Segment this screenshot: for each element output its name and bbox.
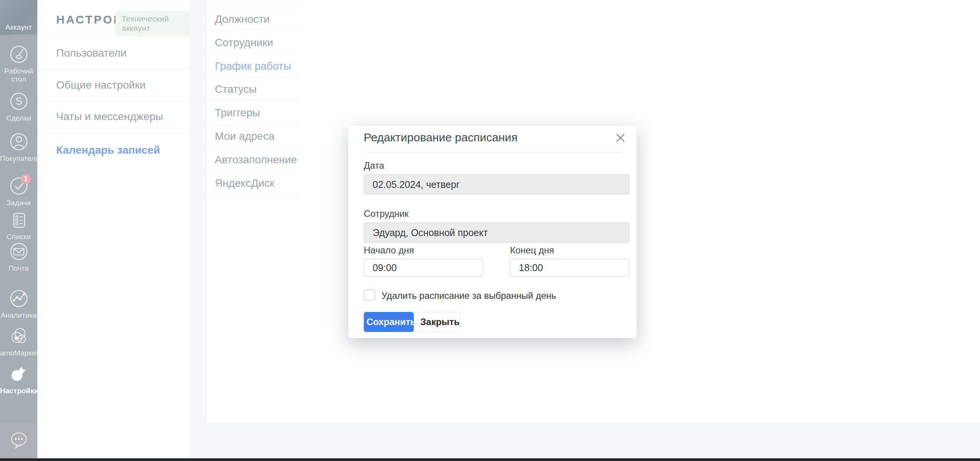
menu-divider [207, 77, 299, 77]
delete-schedule-label: Удалить расписание за выбранный день [381, 290, 556, 301]
settings-nav-item[interactable]: Чаты и мессенджеры [56, 111, 163, 123]
sidebar-item-tasks[interactable]: Задачи1 [0, 176, 37, 207]
market-icon [0, 327, 37, 347]
employee-field[interactable] [364, 223, 629, 243]
mail-icon [0, 242, 37, 263]
deals-icon: S [0, 92, 37, 112]
day-end-label: Конец дня [510, 245, 554, 256]
sidebar-item-analytics[interactable]: Аналитика [0, 289, 37, 319]
modal-title: Редактирование расписания [364, 131, 518, 144]
check-icon [0, 176, 37, 197]
day-start-field[interactable] [364, 259, 483, 277]
person-icon [0, 132, 37, 153]
menu-divider [37, 101, 189, 101]
subnav-item[interactable]: Статусы [215, 83, 257, 96]
delete-schedule-checkbox[interactable] [364, 289, 375, 301]
wrench-icon [0, 364, 37, 385]
subnav-item[interactable]: Триггеры [215, 107, 260, 119]
settings-nav-item[interactable]: Календарь записей [56, 144, 160, 156]
menu-divider [207, 7, 299, 7]
sidebar-item-label: Почта [0, 264, 37, 272]
save-button[interactable]: Сохранить [364, 312, 414, 332]
sidebar-item-label: Списки [0, 233, 37, 241]
date-label: Дата [364, 160, 384, 171]
account-label: Аккаунт [0, 23, 37, 32]
analytics-icon [0, 289, 37, 310]
sidebar-item-label: Покупатели [0, 154, 37, 163]
day-start-label: Начало дня [364, 245, 414, 256]
subnav-item[interactable]: Автозаполнение [215, 154, 297, 166]
settings-nav-item[interactable]: Общие настройки [56, 79, 145, 91]
sidebar-item-account[interactable]: Аккаунт [0, 0, 37, 35]
app-sidebar: Аккаунт РабочийстолSСделкиПокупателиЗада… [0, 0, 37, 461]
employee-label: Сотрудник [364, 208, 409, 219]
menu-divider [207, 54, 299, 54]
menu-divider [37, 133, 189, 133]
chat-icon [0, 430, 37, 451]
bottom-edge-bar [0, 458, 980, 461]
tasks-count-badge: 1 [21, 174, 31, 184]
subnav-item[interactable]: ЯндексДиск [215, 177, 274, 189]
account-type-badge: Технический аккаунт [115, 11, 189, 36]
menu-divider [207, 148, 299, 148]
menu-divider [207, 124, 299, 124]
sidebar-item-deals[interactable]: SСделки [0, 92, 37, 122]
sidebar-item-workspace[interactable]: Рабочийстол [0, 45, 37, 83]
modal-divider [364, 153, 621, 153]
settings-nav-item[interactable]: Пользователи [56, 47, 127, 59]
sidebar-item-lists[interactable]: Списки [0, 210, 37, 241]
sidebar-item-buyers[interactable]: Покупатели [0, 132, 37, 163]
settings-panel: НАСТРОЙКИ Технический аккаунт Пользовате… [37, 0, 189, 461]
svg-text:S: S [15, 95, 22, 107]
subnav-item[interactable]: График работы [215, 60, 291, 72]
menu-divider [207, 194, 299, 194]
gauge-icon [0, 45, 37, 65]
sidebar-item-label: Сделки [0, 114, 37, 122]
sub-navigation: ДолжностиСотрудникиГрафик работыСтатусыТ… [207, 0, 299, 423]
edit-schedule-modal: Редактирование расписания Дата Сотрудник… [348, 126, 637, 338]
sidebar-item-mail[interactable]: Почта [0, 242, 37, 272]
sidebar-item-settings[interactable]: Настройки [0, 364, 37, 395]
subnav-item[interactable]: Должности [215, 13, 270, 25]
close-icon[interactable] [614, 131, 627, 145]
sidebar-item-label: amoМаркет [0, 349, 37, 357]
day-end-field[interactable] [510, 259, 629, 277]
menu-divider [37, 37, 189, 37]
sidebar-item-label: Задачи [0, 199, 37, 207]
sidebar-item-label: Рабочийстол [0, 67, 37, 83]
page: НАСТРОЙКИ Технический аккаунт Пользовате… [0, 0, 980, 461]
sidebar-item-label: Аналитика [0, 311, 37, 319]
subnav-item[interactable]: Мои адреса [215, 130, 274, 142]
menu-divider [207, 101, 299, 101]
menu-divider [37, 69, 189, 70]
date-field[interactable] [364, 174, 629, 194]
menu-divider [207, 30, 299, 31]
close-button[interactable]: Закрыть [418, 312, 461, 332]
list-icon [0, 210, 37, 231]
sidebar-item-amomarket[interactable]: amoМаркет [0, 327, 37, 357]
subnav-item[interactable]: Сотрудники [215, 37, 273, 49]
sidebar-item-chat[interactable] [0, 430, 37, 451]
menu-divider [207, 171, 299, 171]
sidebar-item-label: Настройки [0, 387, 37, 395]
